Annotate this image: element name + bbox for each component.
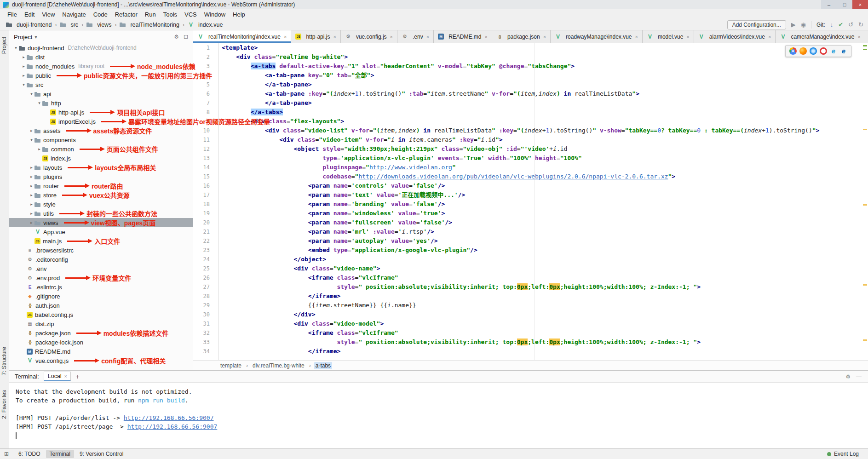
terminal-link[interactable]: http://192.168.66.56:9007 <box>124 414 214 421</box>
terminal-settings-icon[interactable]: ⚙ <box>845 373 851 380</box>
breadcrumb-item[interactable]: a-tabs <box>314 362 332 369</box>
add-configuration-button[interactable]: Add Configuration... <box>727 20 786 29</box>
tab-close-icon[interactable]: × <box>543 34 546 40</box>
safari-icon[interactable] <box>810 47 817 55</box>
tab-close-icon[interactable]: × <box>686 34 689 40</box>
code-line[interactable]: 12 <object style="width:390px;height:219… <box>193 144 862 154</box>
tree-item[interactable]: ▾src <box>9 80 193 89</box>
tab-close-icon[interactable]: × <box>484 34 487 40</box>
code-line[interactable]: 1<template> <box>193 43 862 52</box>
tree-expand-icon[interactable]: ▸ <box>29 220 34 225</box>
menu-item-code[interactable]: Code <box>90 10 111 19</box>
code-line[interactable]: 4 <a-tab-pane key="0" tab="全部"> <box>193 71 862 80</box>
menu-item-edit[interactable]: Edit <box>21 10 38 19</box>
editor-tab[interactable]: ⚙.env× <box>397 30 434 43</box>
tree-expand-icon[interactable]: ▸ <box>21 73 27 78</box>
code-line[interactable]: 31 <div class="video-model"> <box>193 319 862 328</box>
tree-item[interactable]: ◆.gitignore <box>9 292 193 301</box>
git-rollback-icon[interactable]: ↺ <box>848 22 853 28</box>
code-line[interactable]: 6 <a-tab-pane :key="(index+1).toString()… <box>193 89 862 98</box>
debug-icon[interactable]: ◉ <box>801 22 806 28</box>
tree-collapse-icon[interactable]: ▾ <box>13 46 19 50</box>
editor-tab[interactable]: {}package.json× <box>492 30 551 43</box>
editor-tab[interactable]: MREADME.md× <box>434 30 492 43</box>
menu-item-view[interactable]: View <box>38 10 58 19</box>
tab-close-icon[interactable]: × <box>333 34 336 40</box>
tree-item[interactable]: ▾duoji-frontendD:\zheheWeb\duoji-fronten… <box>9 43 193 52</box>
menu-item-navigate[interactable]: Navigate <box>58 10 89 19</box>
git-history-icon[interactable]: ↻ <box>858 22 863 28</box>
scrollbar-marks[interactable] <box>862 43 868 360</box>
code-line[interactable]: 34 </iframe> <box>193 347 862 356</box>
tree-item[interactable]: ▸node_moduleslibrary rootnode_modules依赖 <box>9 62 193 71</box>
tree-item[interactable]: ▸publicpublic资源文件夹，一般放引用的第三方插件 <box>9 71 193 80</box>
code-line[interactable]: 2 <div class="realTime bg-white"> <box>193 52 862 62</box>
tool-window-switcher-icon[interactable]: ⊞ <box>2 451 11 457</box>
event-log-button[interactable]: Event Log <box>823 450 862 458</box>
breadcrumb-item[interactable]: div.realTime.bg-white <box>251 362 306 369</box>
code-line[interactable]: 9 <div class="flex-layouts"> <box>193 117 862 126</box>
breadcrumb-item[interactable]: src <box>58 21 80 29</box>
tree-item[interactable]: JSimportExcel.js暴露环境变量地址给图片or视频资源路径全局变量 <box>9 117 193 126</box>
git-commit-icon[interactable]: ✔ <box>838 22 843 28</box>
settings-gear-icon[interactable]: ⚙ <box>174 34 179 40</box>
tree-item[interactable]: ▾api <box>9 89 193 98</box>
code-line[interactable]: 18 <param name='branding' value='false'/… <box>193 200 862 209</box>
terminal-tab-local[interactable]: Local × <box>44 372 71 381</box>
tree-item[interactable]: ≡.browserslistrc <box>9 246 193 255</box>
editor-tab[interactable]: ValarmVideos\index.vue× <box>694 30 776 43</box>
edge-icon[interactable]: e <box>840 47 847 55</box>
code-line[interactable]: 5 </a-tab-pane> <box>193 80 862 89</box>
code-line[interactable]: 15 codebase="http://downloads.videolan.o… <box>193 172 862 181</box>
tree-item[interactable]: ▸style <box>9 200 193 209</box>
breadcrumb-item[interactable]: views <box>85 21 113 29</box>
terminal-link[interactable]: http://192.168.66.56:9007 <box>127 423 218 430</box>
menu-item-file[interactable]: File <box>4 10 21 19</box>
menu-item-vcs[interactable]: VCS <box>181 10 201 19</box>
close-button[interactable]: × <box>852 0 868 9</box>
tree-expand-icon[interactable]: ▸ <box>29 184 34 188</box>
editor-tab[interactable]: VcameraManage\index.vue× <box>776 30 865 43</box>
code-line[interactable]: 32 <iframe class="vlcIframe" <box>193 328 862 338</box>
editor-tab[interactable]: ⚙vue.config.js× <box>341 30 397 43</box>
code-line[interactable]: 30 </div> <box>193 310 862 319</box>
tree-expand-icon[interactable]: ▸ <box>29 193 34 197</box>
terminal-minimize-icon[interactable]: — <box>856 373 862 380</box>
code-line[interactable]: 23 <embed type="application/x-google-vlc… <box>193 246 862 255</box>
git-update-icon[interactable]: ↓ <box>830 22 834 28</box>
code-line[interactable]: 26 <iframe class="vlcIframe" <box>193 273 862 282</box>
breadcrumb-item[interactable]: Vindex.vue <box>186 21 224 29</box>
code-line[interactable]: 24 </object> <box>193 255 862 264</box>
run-icon[interactable]: ▶ <box>791 22 796 28</box>
tree-item[interactable]: ▸assetsassets静态资源文件 <box>9 126 193 135</box>
tree-item[interactable]: MREADME.md <box>9 347 193 356</box>
code-line[interactable]: 22 <param name='autoplay' value='yes'/> <box>193 236 862 246</box>
chevron-down-icon[interactable]: ▾ <box>34 34 37 40</box>
tab-close-icon[interactable]: × <box>426 34 429 40</box>
tree-item[interactable]: ▸plugins <box>9 172 193 181</box>
tree-item[interactable]: ▾http <box>9 98 193 108</box>
tree-expand-icon[interactable]: ▸ <box>21 55 27 59</box>
code-line[interactable]: 28 </iframe> <box>193 292 862 301</box>
status-item-terminal[interactable]: Terminal <box>46 450 74 458</box>
status-item-6-todo[interactable]: 6: TODO <box>15 450 44 458</box>
structure-tool-button[interactable]: 7: Structure <box>1 347 7 375</box>
project-tool-button[interactable]: Project <box>1 37 7 54</box>
code-line[interactable]: 16 <param name='controls' value='false'/… <box>193 181 862 190</box>
favorites-tool-button[interactable]: 2: Favorites <box>1 390 7 419</box>
editor-tab[interactable]: JShttp-api.js× <box>291 30 340 43</box>
tree-item[interactable]: ⚙.env <box>9 264 193 273</box>
code-line[interactable]: 13 type='application/x-vlc-plugin' event… <box>193 154 862 163</box>
chrome-icon[interactable] <box>789 47 797 55</box>
code-line[interactable]: 8 </a-tabs> <box>193 108 862 117</box>
tree-item[interactable]: ▸common页面公共组件文件 <box>9 144 193 154</box>
code-area[interactable]: 1<template>2 <div class="realTime bg-whi… <box>193 43 868 360</box>
menu-item-run[interactable]: Run <box>141 10 160 19</box>
tree-item[interactable]: {}package-lock.json <box>9 338 193 347</box>
menu-item-tools[interactable]: Tools <box>160 10 181 19</box>
breadcrumb-item[interactable]: duoji-frontend <box>5 21 53 29</box>
firefox-icon[interactable] <box>799 47 807 55</box>
tree-item[interactable]: {}auth.json <box>9 301 193 310</box>
code-line[interactable]: 17 <param name='text' value='正在加载视频中...'… <box>193 190 862 200</box>
minimize-button[interactable]: – <box>821 0 837 9</box>
